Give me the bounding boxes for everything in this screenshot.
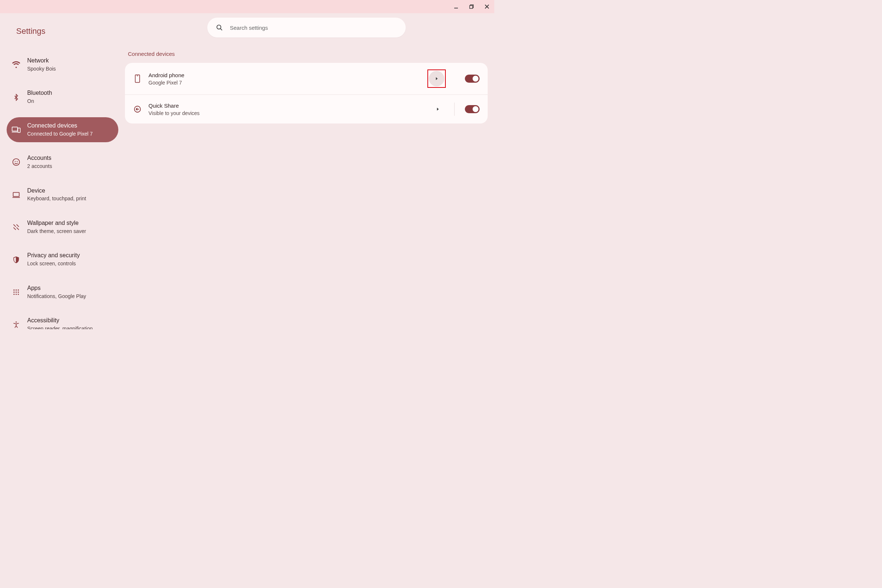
sidebar: Settings NetworkSpooky BoisBluetoothOnCo… [0,13,125,329]
settings-row-quick-share[interactable]: Quick ShareVisible to your devices [125,94,488,123]
sidebar-item-label: Connected devices [27,122,93,130]
svg-point-10 [18,289,19,290]
svg-point-16 [18,294,19,295]
maximize-button[interactable] [467,2,476,11]
highlight-annotation [428,69,446,88]
close-button[interactable] [483,2,491,11]
section-title: Connected devices [125,51,488,63]
sidebar-item-sublabel: Screen reader, magnification [27,325,93,329]
sidebar-item-sublabel: Keyboard, touchpad, print [27,195,86,202]
svg-point-11 [14,291,15,292]
brush-icon [12,223,21,231]
svg-point-6 [17,161,18,162]
sidebar-item-sublabel: Dark theme, screen saver [27,228,86,235]
sidebar-item-label: Device [27,187,86,195]
account-icon [12,158,21,166]
svg-point-15 [15,294,16,295]
svg-point-17 [15,322,16,322]
svg-point-12 [15,291,16,292]
sidebar-item-sublabel: Connected to Google Pixel 7 [27,130,93,138]
a11y-icon [12,320,21,329]
row-subtitle: Visible to your devices [148,110,423,116]
devices-icon [12,125,21,134]
sidebar-item-label: Network [27,57,56,64]
sidebar-item-device[interactable]: DeviceKeyboard, touchpad, print [7,182,118,207]
app-title: Settings [7,22,118,43]
share-icon [133,105,142,114]
phone-icon [133,74,142,83]
search-icon [215,24,224,32]
sidebar-item-sublabel: Notifications, Google Play [27,293,86,300]
svg-rect-3 [18,128,20,132]
sidebar-item-privacy-and-security[interactable]: Privacy and securityLock screen, control… [7,247,118,272]
settings-row-android-phone[interactable]: Android phoneGoogle Pixel 7 [125,63,488,94]
sidebar-item-sublabel: On [27,98,52,105]
svg-rect-1 [470,6,472,9]
toggle-switch[interactable] [465,105,480,113]
wifi-icon [12,60,21,69]
search-box[interactable] [207,18,406,38]
sidebar-item-label: Accessibility [27,317,93,324]
search-input[interactable] [230,25,398,31]
expand-button[interactable] [430,101,446,117]
sidebar-item-sublabel: Lock screen, controls [27,260,80,267]
apps-icon [12,288,21,297]
toggle-switch[interactable] [465,75,480,82]
svg-point-14 [14,294,15,295]
expand-button[interactable] [429,71,444,86]
svg-point-5 [15,161,15,162]
sidebar-item-label: Apps [27,285,86,292]
svg-point-19 [217,25,221,29]
svg-point-13 [18,291,19,292]
window-titlebar [0,0,494,13]
sidebar-item-label: Wallpaper and style [27,219,86,227]
sidebar-item-connected-devices[interactable]: Connected devicesConnected to Google Pix… [7,117,118,142]
sidebar-item-sublabel: 2 accounts [27,163,52,170]
row-subtitle: Google Pixel 7 [148,80,421,86]
sidebar-item-bluetooth[interactable]: BluetoothOn [7,84,118,110]
svg-point-9 [15,289,16,290]
sidebar-item-accessibility[interactable]: AccessibilityScreen reader, magnificatio… [7,312,118,329]
row-title: Quick Share [148,102,423,110]
sidebar-item-apps[interactable]: AppsNotifications, Google Play [7,280,118,304]
svg-rect-7 [13,192,20,196]
svg-point-8 [14,289,15,290]
sidebar-item-label: Accounts [27,154,52,162]
minimize-button[interactable] [452,2,460,11]
row-title: Android phone [148,72,421,79]
sidebar-item-sublabel: Spooky Bois [27,65,56,73]
shield-icon [12,255,21,264]
bluetooth-icon [12,93,21,102]
divider [454,102,454,116]
svg-point-4 [13,159,20,165]
laptop-icon [12,190,21,199]
main-content: Connected devices Android phoneGoogle Pi… [125,13,494,329]
sidebar-item-network[interactable]: NetworkSpooky Bois [7,52,118,77]
sidebar-item-wallpaper-and-style[interactable]: Wallpaper and styleDark theme, screen sa… [7,214,118,240]
sidebar-item-label: Bluetooth [27,89,52,97]
sidebar-item-accounts[interactable]: Accounts2 accounts [7,150,118,175]
svg-rect-2 [12,127,18,131]
sidebar-item-label: Privacy and security [27,252,80,260]
